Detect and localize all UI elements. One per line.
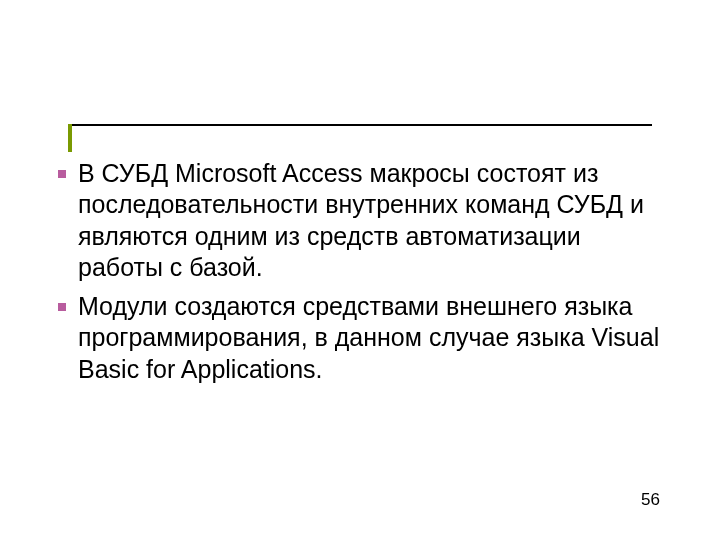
page-number: 56 [641,490,660,510]
title-rule [68,124,652,126]
list-item: В СУБД Microsoft Access макросы состоят … [50,158,666,283]
accent-bar [68,124,72,152]
bullet-text: В СУБД Microsoft Access макросы состоят … [78,159,644,281]
bullet-list: В СУБД Microsoft Access макросы состоят … [50,158,666,385]
list-item: Модули создаются средствами внешнего язы… [50,291,666,385]
bullet-text: Модули создаются средствами внешнего язы… [78,292,659,383]
slide: В СУБД Microsoft Access макросы состоят … [0,0,720,540]
horizontal-rule [68,124,652,126]
body-text: В СУБД Microsoft Access макросы состоят … [50,158,666,393]
